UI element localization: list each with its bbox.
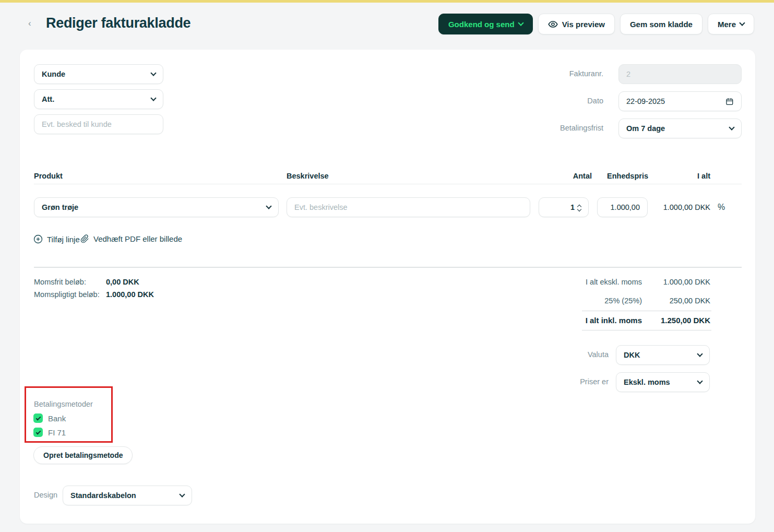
line-total-value: 1.000,00 DKK bbox=[648, 197, 710, 217]
approve-and-send-label: Godkend og send bbox=[448, 20, 515, 29]
prices-are-select[interactable]: Ekskl. moms bbox=[616, 372, 710, 392]
customer-message-field bbox=[34, 114, 163, 134]
add-line-button[interactable]: Tilføj linje bbox=[33, 234, 80, 244]
product-select[interactable]: Grøn trøje bbox=[34, 197, 279, 217]
chevron-down-icon bbox=[518, 20, 523, 26]
plus-circle-icon bbox=[33, 234, 43, 244]
paperclip-icon bbox=[80, 234, 89, 243]
column-header-total: I alt bbox=[648, 172, 710, 180]
design-label: Design bbox=[34, 491, 60, 499]
vat-liable-value: 1.000,00 DKK bbox=[106, 290, 154, 299]
header-actions: Godkend og send Vis preview Gem som klad… bbox=[438, 14, 754, 34]
design-template-value: Standardskabelon bbox=[70, 491, 136, 500]
attach-file-label: Vedhæft PDF eller billede bbox=[93, 234, 182, 243]
invoice-form-card: Kunde Att. Fakturanr. Dato Betalingsfris… bbox=[20, 50, 755, 524]
chevron-down-icon bbox=[179, 491, 185, 497]
date-field bbox=[618, 91, 742, 111]
description-field bbox=[287, 197, 530, 217]
attention-select[interactable]: Att. bbox=[34, 89, 163, 109]
top-accent-bar bbox=[0, 0, 774, 3]
design-template-select[interactable]: Standardskabelon bbox=[63, 486, 192, 505]
payment-method-fi71[interactable]: FI 71 bbox=[33, 428, 66, 437]
chevron-down-icon bbox=[150, 95, 156, 101]
payment-methods-label: Betalingsmetoder bbox=[34, 400, 93, 408]
show-preview-button[interactable]: Vis preview bbox=[538, 14, 615, 34]
unit-price-input[interactable] bbox=[605, 203, 640, 211]
vat-liable-label: Momspligtigt beløb: bbox=[34, 290, 100, 299]
show-preview-label: Vis preview bbox=[562, 20, 605, 29]
payment-terms-select[interactable]: Om 7 dage bbox=[618, 119, 742, 138]
page-title: Rediger fakturakladde bbox=[46, 15, 190, 31]
invoice-number-input bbox=[626, 70, 734, 78]
eye-icon bbox=[548, 19, 558, 29]
checkbox-fi71[interactable] bbox=[33, 428, 43, 437]
grand-total-value: 1.250,00 DKK bbox=[627, 316, 710, 325]
payment-terms-value: Om 7 dage bbox=[626, 124, 665, 133]
date-input[interactable] bbox=[626, 97, 725, 105]
attach-file-button[interactable]: Vedhæft PDF eller billede bbox=[80, 234, 182, 243]
quantity-input[interactable] bbox=[546, 203, 575, 211]
chevron-down-icon bbox=[697, 378, 702, 384]
discount-percent-toggle[interactable]: % bbox=[718, 197, 730, 217]
chevron-down-icon bbox=[150, 70, 156, 76]
vat-amount-value: 250,00 DKK bbox=[627, 297, 710, 305]
vat-free-label: Momsfrit beløb: bbox=[34, 278, 86, 286]
subtotal-value: 1.000,00 DKK bbox=[627, 278, 710, 286]
attention-select-label: Att. bbox=[42, 95, 54, 103]
customer-select-label: Kunde bbox=[42, 70, 65, 78]
chevron-down-icon bbox=[697, 351, 702, 357]
totals-divider bbox=[582, 311, 711, 311]
more-button[interactable]: Mere bbox=[708, 14, 754, 34]
chevron-down-icon bbox=[266, 203, 271, 209]
description-input[interactable] bbox=[294, 203, 522, 211]
payment-terms-label: Betalingsfrist bbox=[521, 124, 603, 132]
column-header-description: Beskrivelse bbox=[287, 172, 329, 180]
currency-value: DKK bbox=[624, 351, 640, 359]
add-line-label: Tilføj linje bbox=[47, 235, 80, 244]
currency-label: Valuta bbox=[535, 350, 609, 359]
column-header-quantity: Antal bbox=[529, 172, 592, 180]
checkmark-icon bbox=[35, 415, 41, 420]
checkmark-icon bbox=[35, 429, 41, 434]
checkbox-bank[interactable] bbox=[33, 413, 43, 423]
totals-divider-bottom bbox=[582, 330, 711, 330]
currency-select[interactable]: DKK bbox=[616, 345, 710, 365]
payment-method-bank[interactable]: Bank bbox=[33, 413, 66, 423]
chevron-down-icon bbox=[729, 124, 734, 130]
quantity-stepper[interactable] bbox=[578, 204, 581, 211]
save-draft-label: Gem som kladde bbox=[630, 20, 693, 29]
customer-message-input[interactable] bbox=[42, 120, 156, 128]
calendar-icon[interactable] bbox=[725, 97, 734, 106]
customer-select[interactable]: Kunde bbox=[34, 64, 163, 84]
save-draft-button[interactable]: Gem som kladde bbox=[620, 14, 702, 34]
invoice-number-label: Fakturanr. bbox=[521, 69, 603, 78]
prices-are-label: Priser er bbox=[535, 377, 609, 386]
product-select-value: Grøn trøje bbox=[42, 203, 78, 211]
section-divider bbox=[34, 267, 742, 268]
prices-are-value: Ekskl. moms bbox=[624, 378, 670, 386]
chevron-down-icon bbox=[739, 20, 745, 26]
table-header-divider bbox=[34, 184, 742, 184]
more-label: Mere bbox=[718, 20, 736, 29]
invoice-editor-page: ‹ Rediger fakturakladde Godkend og send … bbox=[0, 0, 774, 532]
vat-free-value: 0,00 DKK bbox=[106, 278, 139, 286]
approve-and-send-button[interactable]: Godkend og send bbox=[438, 14, 533, 34]
unit-price-field bbox=[597, 197, 648, 217]
column-header-unit-price: Enhedspris bbox=[586, 172, 648, 180]
date-label: Dato bbox=[521, 97, 603, 105]
create-payment-method-button[interactable]: Opret betalingsmetode bbox=[33, 446, 133, 464]
column-header-product: Produkt bbox=[34, 172, 63, 180]
payment-method-fi71-label: FI 71 bbox=[48, 428, 66, 437]
quantity-field bbox=[539, 197, 589, 217]
payment-method-bank-label: Bank bbox=[48, 414, 66, 423]
back-chevron-icon[interactable]: ‹ bbox=[28, 18, 31, 29]
invoice-number-field bbox=[618, 64, 742, 84]
